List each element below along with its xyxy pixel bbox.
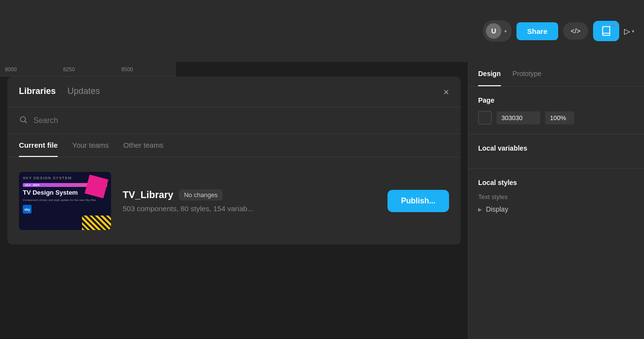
close-button[interactable]: × (443, 87, 449, 97)
library-name-row: TV_Library No changes (123, 189, 376, 200)
tab-design[interactable]: Design (478, 62, 501, 86)
tab-prototype[interactable]: Prototype (513, 62, 542, 86)
search-bar (7, 108, 461, 134)
topbar: U ▾ Share </> ▷ ▾ (0, 0, 644, 62)
thumb-sky-text: sky Design system (23, 176, 72, 180)
play-chevron-icon: ▾ (632, 29, 634, 34)
text-styles-label: Text styles (478, 193, 634, 200)
play-button[interactable]: ▷ ▾ (624, 27, 634, 36)
ruler-mark: 8250 (63, 66, 121, 72)
display-style-row[interactable]: ▶ Display (478, 205, 634, 213)
modal-header: Libraries Updates × (7, 77, 461, 108)
library-description: 503 components, 80 styles, 154 variab... (123, 204, 376, 213)
style-arrow-icon: ▶ (478, 207, 482, 212)
right-panel-tabs: Design Prototype (468, 62, 644, 87)
local-styles-section: Local styles Text styles ▶ Display (468, 169, 644, 223)
right-panel: Design Prototype Page Local variables Lo… (468, 62, 644, 339)
thumbnail-content: sky Design system v2.0 · 2024 TV Design … (19, 172, 111, 230)
avatar: U (486, 23, 501, 39)
book-icon (601, 26, 612, 36)
library-info: TV_Library No changes 503 components, 80… (123, 189, 376, 213)
color-hex-input[interactable] (497, 111, 540, 124)
local-styles-title: Local styles (478, 179, 634, 186)
library-content: sky Design system v2.0 · 2024 TV Design … (7, 157, 461, 245)
modal-tabs: Libraries Updates (19, 86, 443, 97)
shape-yellow (82, 216, 111, 230)
user-button[interactable]: U ▾ (483, 20, 512, 42)
search-input[interactable] (33, 116, 449, 125)
sub-tab-your-teams[interactable]: Your teams (72, 134, 109, 157)
libraries-modal: Libraries Updates × Current file Your te… (7, 77, 461, 245)
local-variables-title: Local variables (478, 144, 634, 152)
code-button[interactable]: </> (563, 22, 588, 40)
library-thumbnail: sky Design system v2.0 · 2024 TV Design … (19, 172, 111, 230)
tab-updates[interactable]: Updates (67, 86, 100, 97)
notification-dot (612, 24, 615, 28)
sub-tab-other-teams[interactable]: Other teams (123, 134, 163, 157)
thumb-sky-icon: sky (23, 205, 32, 214)
search-icon (19, 115, 28, 126)
publish-button[interactable]: Publish... (387, 190, 449, 212)
ruler-mark: 8500 (121, 66, 176, 72)
display-style-label: Display (486, 205, 508, 213)
ruler-marks: 8000 8250 8500 8750 9000 9250 9500 9750 … (5, 66, 176, 72)
color-swatch[interactable] (478, 111, 492, 124)
library-item: sky Design system v2.0 · 2024 TV Design … (19, 172, 449, 230)
book-button[interactable] (593, 21, 619, 41)
ruler: 8000 8250 8500 8750 9000 9250 9500 9750 … (0, 62, 176, 77)
thumb-shapes (82, 172, 111, 230)
sub-tabs: Current file Your teams Other teams (7, 134, 461, 157)
page-section: Page (468, 87, 644, 135)
tab-libraries[interactable]: Libraries (19, 86, 56, 97)
page-color-row (478, 111, 634, 124)
color-opacity-input[interactable] (545, 111, 574, 124)
no-changes-badge: No changes (179, 189, 222, 200)
chevron-down-icon: ▾ (504, 29, 507, 34)
ruler-mark: 8000 (5, 66, 63, 72)
library-name: TV_Library (123, 189, 173, 200)
sub-tab-current-file[interactable]: Current file (19, 134, 58, 157)
page-section-title: Page (478, 96, 634, 104)
code-icon: </> (571, 27, 580, 35)
play-icon: ▷ (624, 27, 630, 36)
shape-pink (85, 175, 109, 199)
local-variables-section: Local variables (468, 135, 644, 169)
share-button[interactable]: Share (516, 22, 558, 40)
